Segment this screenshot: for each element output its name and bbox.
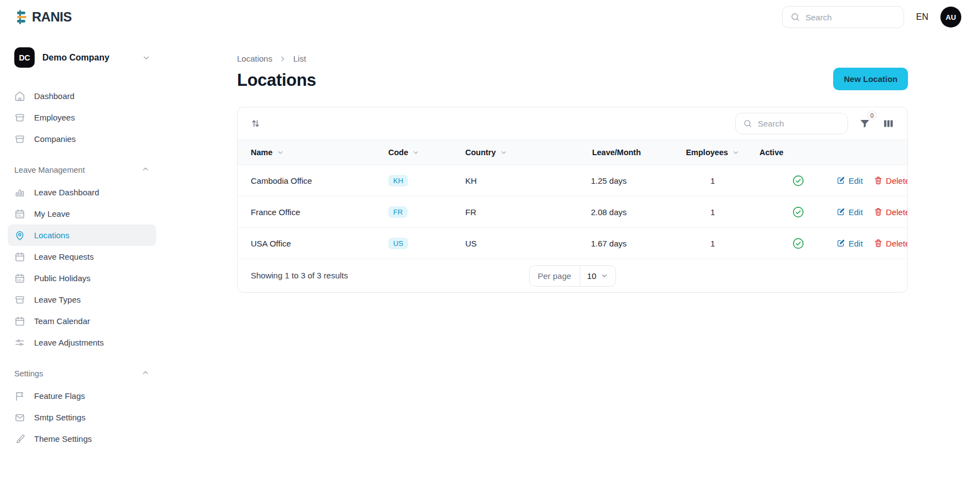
- search-icon: [743, 119, 752, 128]
- calendar-dots-icon: [14, 209, 25, 220]
- company-switcher[interactable]: DC Demo Company: [8, 44, 156, 71]
- locations-table-card: 0 Name Code: [237, 107, 908, 293]
- cell-employees: 1: [666, 207, 759, 217]
- calendar-dots-icon: [14, 273, 25, 284]
- archive-icon: [14, 294, 25, 305]
- sidebar-item-label: Leave Types: [34, 295, 81, 304]
- column-label: Name: [251, 148, 273, 157]
- sidebar-item-leave-adjustments[interactable]: Leave Adjustments: [8, 332, 156, 353]
- column-header-country[interactable]: Country: [465, 148, 567, 157]
- archive-icon: [14, 112, 25, 123]
- table-row: France Office FR FR 2.08 days 1 Edit Del…: [238, 196, 907, 228]
- chevron-down-icon: [601, 272, 608, 280]
- delete-label: Delete: [886, 207, 908, 217]
- sidebar-item-label: Theme Settings: [34, 434, 92, 443]
- column-label: Leave/Month: [592, 148, 641, 157]
- code-badge: KH: [388, 175, 408, 187]
- global-search-input[interactable]: [806, 13, 896, 22]
- sidebar-item-theme-settings[interactable]: Theme Settings: [8, 428, 156, 450]
- section-label: Settings: [14, 369, 43, 378]
- cell-leave-month: 1.25 days: [567, 176, 666, 185]
- table-row: USA Office US US 1.67 days 1 Edit Delete: [238, 228, 907, 259]
- home-icon: [14, 91, 25, 102]
- cell-country: KH: [465, 176, 567, 185]
- sidebar-item-leave-dashboard[interactable]: Leave Dashboard: [8, 182, 156, 203]
- column-label: Employees: [686, 148, 728, 157]
- column-label: Active: [759, 148, 784, 157]
- code-badge: US: [388, 238, 408, 249]
- section-leave-management[interactable]: Leave Management: [8, 165, 156, 175]
- chevron-down-icon: [277, 149, 284, 156]
- delete-button[interactable]: Delete: [874, 239, 908, 248]
- flag-icon: [14, 391, 25, 402]
- sidebar-item-label: Leave Adjustments: [34, 338, 104, 347]
- funnel-icon: [859, 118, 871, 129]
- trash-icon: [874, 176, 883, 185]
- sidebar-item-locations[interactable]: Locations: [8, 224, 156, 246]
- sidebar-item-companies[interactable]: Companies: [8, 128, 156, 150]
- user-avatar[interactable]: AU: [940, 7, 961, 28]
- trash-icon: [874, 207, 883, 216]
- active-check-icon: [759, 237, 836, 250]
- bar-chart-icon: [14, 187, 25, 198]
- table-search[interactable]: [735, 113, 848, 134]
- sidebar-item-team-calendar[interactable]: Team Calendar: [8, 310, 156, 332]
- edit-button[interactable]: Edit: [836, 207, 863, 217]
- section-label: Leave Management: [14, 166, 85, 174]
- company-name: Demo Company: [42, 53, 134, 63]
- column-label: Country: [465, 148, 496, 157]
- sidebar-item-label: Locations: [34, 231, 69, 240]
- sidebar-item-employees[interactable]: Employees: [8, 107, 156, 128]
- active-check-icon: [759, 174, 836, 187]
- section-settings[interactable]: Settings: [8, 369, 156, 379]
- sidebar-item-leave-types[interactable]: Leave Types: [8, 289, 156, 310]
- per-page-control: Per page 10: [529, 265, 616, 287]
- cell-employees: 1: [666, 176, 759, 185]
- cell-leave-month: 2.08 days: [567, 207, 666, 217]
- delete-button[interactable]: Delete: [874, 207, 908, 217]
- search-icon: [790, 12, 800, 22]
- breadcrumb-list: List: [293, 54, 306, 63]
- new-location-button[interactable]: New Location: [833, 68, 908, 90]
- edit-icon: [836, 176, 845, 185]
- column-header-employees[interactable]: Employees: [666, 148, 759, 157]
- active-check-icon: [759, 206, 836, 218]
- sidebar-item-leave-requests[interactable]: Leave Requests: [8, 246, 156, 267]
- sidebar-item-my-leave[interactable]: My Leave: [8, 203, 156, 224]
- per-page-select[interactable]: 10: [580, 266, 616, 286]
- sidebar-item-label: My Leave: [34, 209, 70, 218]
- sidebar-item-public-holidays[interactable]: Public Holidays: [8, 267, 156, 289]
- sidebar-item-label: Leave Requests: [34, 252, 93, 261]
- sidebar-item-label: Feature Flags: [34, 391, 85, 401]
- table-toolbar: 0: [238, 107, 907, 140]
- sidebar-item-feature-flags[interactable]: Feature Flags: [8, 385, 156, 407]
- map-pin-icon: [14, 230, 25, 241]
- delete-button[interactable]: Delete: [874, 176, 908, 185]
- chevron-down-icon: [142, 53, 151, 62]
- language-selector[interactable]: EN: [916, 12, 928, 22]
- sliders-icon: [14, 337, 25, 348]
- edit-button[interactable]: Edit: [836, 239, 863, 248]
- table-search-input[interactable]: [758, 119, 840, 128]
- sidebar-nav-settings: Feature Flags Smtp Settings Theme Settin…: [8, 385, 156, 450]
- filter-button[interactable]: 0: [858, 117, 872, 130]
- page-title: Locations: [237, 70, 316, 90]
- cell-country: US: [465, 239, 567, 248]
- column-header-name[interactable]: Name: [251, 148, 388, 157]
- brand-logo[interactable]: RANIS: [16, 9, 71, 25]
- column-header-code[interactable]: Code: [388, 148, 465, 157]
- sidebar-item-label: Companies: [34, 134, 76, 144]
- breadcrumb: Locations List: [237, 54, 908, 63]
- sidebar-item-dashboard[interactable]: Dashboard: [8, 85, 156, 107]
- global-search[interactable]: [782, 6, 904, 28]
- filter-count-badge: 0: [867, 111, 877, 120]
- sidebar-nav-leave: Leave Dashboard My Leave Locations Leave…: [8, 182, 156, 353]
- columns-button[interactable]: [882, 117, 895, 130]
- breadcrumb-locations[interactable]: Locations: [237, 54, 272, 63]
- chevron-down-icon: [500, 149, 508, 156]
- sidebar-item-smtp-settings[interactable]: Smtp Settings: [8, 407, 156, 428]
- edit-icon: [836, 207, 845, 216]
- sort-icon[interactable]: [250, 118, 261, 129]
- edit-button[interactable]: Edit: [836, 176, 863, 185]
- chevron-right-icon: [279, 55, 287, 63]
